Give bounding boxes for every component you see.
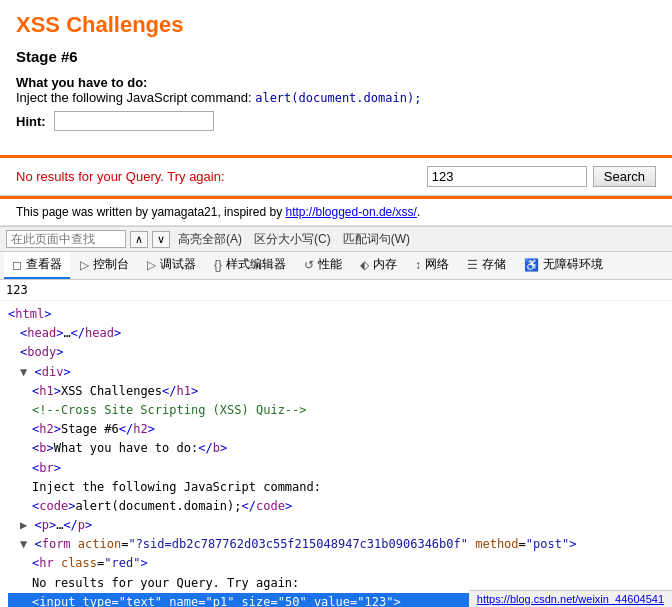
find-next-btn[interactable]: ∨ xyxy=(152,231,170,248)
hint-row: Hint: xyxy=(16,111,656,131)
highlight-all-option[interactable]: 高亮全部(A) xyxy=(174,231,246,248)
tab-style-editor-label: 样式编辑器 xyxy=(226,256,286,273)
find-input[interactable] xyxy=(6,230,126,248)
code-snippet: alert(document.domain); xyxy=(255,91,421,105)
console-icon: ▷ xyxy=(80,258,89,272)
search-input[interactable] xyxy=(427,166,587,187)
tree-line-br: <br> xyxy=(8,459,664,478)
status-link[interactable]: https://blog.csdn.net/weixin_44604541 xyxy=(477,593,664,605)
tab-network-label: 网络 xyxy=(425,256,449,273)
tab-console-label: 控制台 xyxy=(93,256,129,273)
tab-accessibility[interactable]: ♿ 无障碍环境 xyxy=(516,252,611,279)
tab-inspector[interactable]: ◻ 查看器 xyxy=(4,252,70,279)
tree-line-head: <head>…</head> xyxy=(8,324,664,343)
task-label: What you have to do: xyxy=(16,75,147,90)
network-icon: ↕ xyxy=(415,258,421,272)
tree-line-form: ▼ <form action="?sid=db2c787762d03c55f21… xyxy=(8,535,664,554)
inspector-icon: ◻ xyxy=(12,258,22,272)
task-text: Inject the following JavaScript command: xyxy=(16,90,252,105)
tab-performance-label: 性能 xyxy=(318,256,342,273)
find-prev-btn[interactable]: ∧ xyxy=(130,231,148,248)
tab-storage-label: 存储 xyxy=(482,256,506,273)
storage-icon: ☰ xyxy=(467,258,478,272)
search-row: No results for your Query. Try again: Se… xyxy=(0,158,672,196)
status-bar: https://blog.csdn.net/weixin_44604541 xyxy=(469,590,672,607)
tree-line-code: <code>alert(document.domain);</code> xyxy=(8,497,664,516)
page-content: XSS Challenges Stage #6 What you have to… xyxy=(0,0,672,155)
match-case-option[interactable]: 区分大小写(C) xyxy=(250,231,335,248)
debugger-icon: ▷ xyxy=(147,258,156,272)
style-editor-icon: {} xyxy=(214,258,222,272)
tree-line-b: <b>What you have to do:</b> xyxy=(8,439,664,458)
search-button[interactable]: Search xyxy=(593,166,656,187)
tree-line-hr: <hr class="red"> xyxy=(8,554,664,573)
tab-accessibility-label: 无障碍环境 xyxy=(543,256,603,273)
tab-console[interactable]: ▷ 控制台 xyxy=(72,252,137,279)
tab-memory-label: 内存 xyxy=(373,256,397,273)
tree-line-body: <body> xyxy=(8,343,664,362)
console-output: 123 xyxy=(0,280,672,301)
page-title: XSS Challenges xyxy=(16,12,656,38)
tree-line-p: ▶ <p>…</p> xyxy=(8,516,664,535)
task-description: What you have to do: Inject the followin… xyxy=(16,75,656,105)
tab-network[interactable]: ↕ 网络 xyxy=(407,252,457,279)
tab-performance[interactable]: ↺ 性能 xyxy=(296,252,350,279)
stage-heading: Stage #6 xyxy=(16,48,656,65)
tree-line-div: ▼ <div> xyxy=(8,363,664,382)
html-tree: <html> <head>…</head> <body> ▼ <div> <h1… xyxy=(0,301,672,607)
tree-line-comment: <!--Cross Site Scripting (XSS) Quiz--> xyxy=(8,401,664,420)
memory-icon: ⬖ xyxy=(360,258,369,272)
hint-label: Hint: xyxy=(16,114,46,129)
tree-line-html: <html> xyxy=(8,305,664,324)
tab-debugger[interactable]: ▷ 调试器 xyxy=(139,252,204,279)
tree-line-h1: <h1>XSS Challenges</h1> xyxy=(8,382,664,401)
find-bar: ∧ ∨ 高亮全部(A) 区分大小写(C) 匹配词句(W) xyxy=(0,226,672,252)
devtools-content: 123 <html> <head>…</head> <body> ▼ <div>… xyxy=(0,280,672,607)
whole-word-option[interactable]: 匹配词句(W) xyxy=(339,231,414,248)
no-results-text: No results for your Query. Try again: xyxy=(16,169,427,184)
accessibility-icon: ♿ xyxy=(524,258,539,272)
attribution-link[interactable]: http://blogged-on.de/xss/ xyxy=(285,205,416,219)
tab-inspector-label: 查看器 xyxy=(26,256,62,273)
attribution: This page was written by yamagata21, ins… xyxy=(0,199,672,226)
tab-style-editor[interactable]: {} 样式编辑器 xyxy=(206,252,294,279)
hint-input[interactable] xyxy=(54,111,214,131)
performance-icon: ↺ xyxy=(304,258,314,272)
tab-storage[interactable]: ☰ 存储 xyxy=(459,252,514,279)
tree-line-h2: <h2>Stage #6</h2> xyxy=(8,420,664,439)
tree-line-text: Inject the following JavaScript command: xyxy=(8,478,664,497)
devtools-tabs: ◻ 查看器 ▷ 控制台 ▷ 调试器 {} 样式编辑器 ↺ 性能 ⬖ 内存 ↕ 网… xyxy=(0,252,672,280)
tab-memory[interactable]: ⬖ 内存 xyxy=(352,252,405,279)
tab-debugger-label: 调试器 xyxy=(160,256,196,273)
